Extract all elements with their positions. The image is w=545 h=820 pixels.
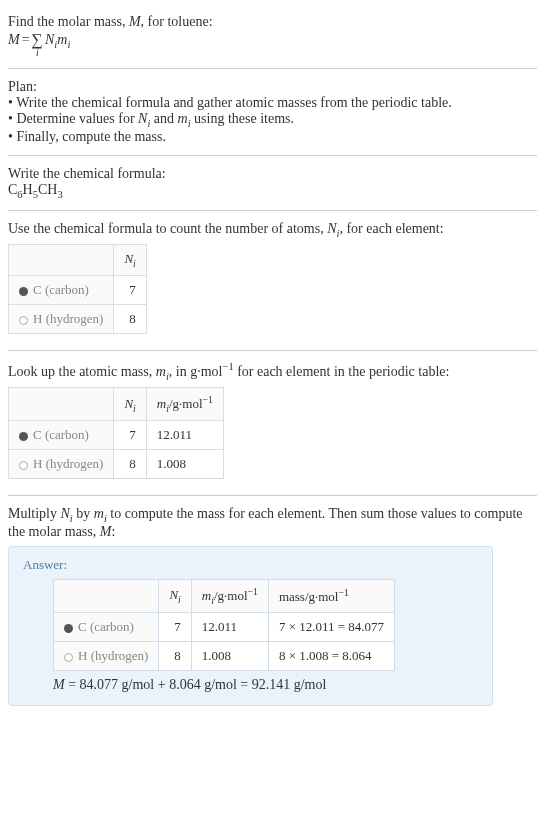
mass-cell: 8 × 1.008 = 8.064	[268, 642, 394, 671]
m-cell: 12.011	[191, 613, 268, 642]
intro-line: Find the molar mass, M, for toluene:	[8, 14, 537, 30]
header-mass: mass/g·mol−1	[268, 580, 394, 613]
divider	[8, 495, 537, 496]
header-Ni: Ni	[114, 388, 146, 421]
intro-text: Find the molar mass,	[8, 14, 129, 29]
table-row: C (carbon) 7 12.011	[9, 421, 224, 450]
empty-header	[54, 580, 159, 613]
element-cell: C (carbon)	[9, 421, 114, 450]
dot-icon	[19, 316, 28, 325]
mass-section: Look up the atomic mass, mi, in g·mol−1 …	[8, 355, 537, 491]
eq-equals: =	[22, 32, 30, 48]
final-answer: M = 84.077 g/mol + 8.064 g/mol = 92.141 …	[53, 677, 478, 693]
var-M: M	[129, 14, 141, 29]
molar-mass-equation: M = ∑ i Nimi	[8, 32, 537, 58]
multiply-text: Multiply Ni by mi to compute the mass fo…	[8, 506, 537, 540]
plan-section: Plan: • Write the chemical formula and g…	[8, 73, 537, 151]
count-table: Ni C (carbon) 7 H (hydrogen) 8	[8, 244, 147, 334]
table-header-row: Ni mi/g·mol−1 mass/g·mol−1	[54, 580, 395, 613]
n-cell: 8	[114, 450, 146, 479]
eq-Ni: Nimi	[45, 32, 70, 50]
element-cell: H (hydrogen)	[9, 304, 114, 333]
table-row: C (carbon) 7 12.011 7 × 12.011 = 84.077	[54, 613, 395, 642]
multiply-section: Multiply Ni by mi to compute the mass fo…	[8, 500, 537, 712]
header-Ni: Ni	[159, 580, 191, 613]
dot-icon	[19, 461, 28, 470]
chemical-formula: C6H5CH3	[8, 182, 537, 200]
intro-text-2: , for toluene:	[141, 14, 213, 29]
table-row: C (carbon) 7	[9, 275, 147, 304]
element-cell: H (hydrogen)	[9, 450, 114, 479]
m-cell: 1.008	[191, 642, 268, 671]
answer-box: Answer: Ni mi/g·mol−1 mass/g·mol−1 C (ca…	[8, 546, 493, 706]
table-header-row: Ni	[9, 245, 147, 276]
n-cell: 8	[159, 642, 191, 671]
dot-icon	[64, 624, 73, 633]
answer-label: Answer:	[23, 557, 478, 573]
element-cell: C (carbon)	[54, 613, 159, 642]
sigma-icon: ∑ i	[32, 32, 43, 58]
empty-header	[9, 245, 114, 276]
chem-heading: Write the chemical formula:	[8, 166, 537, 182]
mass-heading: Look up the atomic mass, mi, in g·mol−1 …	[8, 361, 537, 381]
chemical-formula-section: Write the chemical formula: C6H5CH3	[8, 160, 537, 206]
divider	[8, 210, 537, 211]
n-cell: 7	[114, 275, 146, 304]
empty-header	[9, 388, 114, 421]
n-cell: 7	[159, 613, 191, 642]
dot-icon	[19, 432, 28, 441]
divider	[8, 68, 537, 69]
divider	[8, 350, 537, 351]
header-mi: mi/g·mol−1	[146, 388, 223, 421]
table-row: H (hydrogen) 8 1.008	[9, 450, 224, 479]
plan-bullet-2: • Determine values for Ni and mi using t…	[8, 111, 537, 129]
header-Ni: Ni	[114, 245, 146, 276]
header-mi: mi/g·mol−1	[191, 580, 268, 613]
m-cell: 12.011	[146, 421, 223, 450]
table-row: H (hydrogen) 8 1.008 8 × 1.008 = 8.064	[54, 642, 395, 671]
element-cell: C (carbon)	[9, 275, 114, 304]
mass-cell: 7 × 12.011 = 84.077	[268, 613, 394, 642]
answer-table: Ni mi/g·mol−1 mass/g·mol−1 C (carbon) 7 …	[53, 579, 395, 671]
table-header-row: Ni mi/g·mol−1	[9, 388, 224, 421]
plan-heading: Plan:	[8, 79, 537, 95]
dot-icon	[64, 653, 73, 662]
table-row: H (hydrogen) 8	[9, 304, 147, 333]
dot-icon	[19, 287, 28, 296]
divider	[8, 155, 537, 156]
intro-section: Find the molar mass, M, for toluene: M =…	[8, 8, 537, 64]
n-cell: 7	[114, 421, 146, 450]
m-cell: 1.008	[146, 450, 223, 479]
count-section: Use the chemical formula to count the nu…	[8, 215, 537, 346]
mass-table: Ni mi/g·mol−1 C (carbon) 7 12.011 H (hyd…	[8, 387, 224, 479]
n-cell: 8	[114, 304, 146, 333]
count-heading: Use the chemical formula to count the nu…	[8, 221, 537, 239]
eq-lhs: M	[8, 32, 20, 48]
plan-bullet-1: • Write the chemical formula and gather …	[8, 95, 537, 111]
element-cell: H (hydrogen)	[54, 642, 159, 671]
plan-bullet-3: • Finally, compute the mass.	[8, 129, 537, 145]
